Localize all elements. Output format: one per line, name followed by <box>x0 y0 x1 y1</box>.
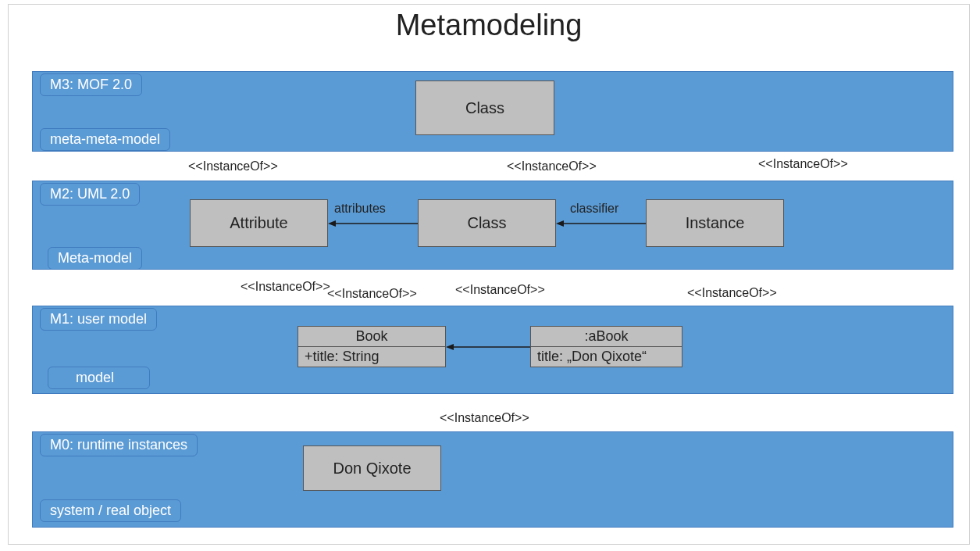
stereotype-m3-1: <<InstanceOf>> <box>188 159 278 174</box>
layer-m3-name: M3: MOF 2.0 <box>40 73 142 96</box>
layer-m2-name: M2: UML 2.0 <box>40 183 140 206</box>
diagram-canvas: Metamodeling M3: MOF 2.0 meta-meta-model… <box>8 4 970 545</box>
classbox-abook: :aBook title: „Don Qixote“ <box>530 326 682 367</box>
box-m2-attribute: Attribute <box>190 199 328 247</box>
stereotype-m2-2: <<InstanceOf>> <box>327 287 417 301</box>
layer-m0-desc: system / real object <box>40 499 181 522</box>
classbox-book: Book +title: String <box>298 326 446 367</box>
layer-m2-desc: Meta-model <box>48 247 142 270</box>
arrow-label-classifier: classifier <box>570 202 618 216</box>
classbox-book-title: Book <box>298 327 445 347</box>
box-m2-instance: Instance <box>646 199 784 247</box>
stereotype-m2-4: <<InstanceOf>> <box>687 286 777 300</box>
classbox-book-attr: +title: String <box>298 347 445 367</box>
classbox-abook-attr: title: „Don Qixote“ <box>531 347 682 367</box>
layer-m0-name: M0: runtime instances <box>40 434 198 456</box>
layer-m1-desc: model <box>48 367 150 389</box>
box-m2-class: Class <box>418 199 556 247</box>
box-m3-class: Class <box>415 81 554 135</box>
stereotype-m3-2: <<InstanceOf>> <box>507 159 597 174</box>
layer-m1-name: M1: user model <box>40 308 157 331</box>
classbox-abook-title: :aBook <box>531 327 682 347</box>
layer-m1 <box>32 306 953 394</box>
stereotype-m2-1: <<InstanceOf>> <box>241 280 330 294</box>
stereotype-m3-3: <<InstanceOf>> <box>758 157 848 171</box>
stereotype-m2-3: <<InstanceOf>> <box>455 283 545 297</box>
box-m0-object: Don Qixote <box>303 445 441 491</box>
layer-m3-desc: meta-meta-model <box>40 128 170 151</box>
diagram-title: Metamodeling <box>9 9 969 42</box>
arrow-label-attributes: attributes <box>334 202 386 216</box>
stereotype-m1-1: <<InstanceOf>> <box>440 411 529 425</box>
